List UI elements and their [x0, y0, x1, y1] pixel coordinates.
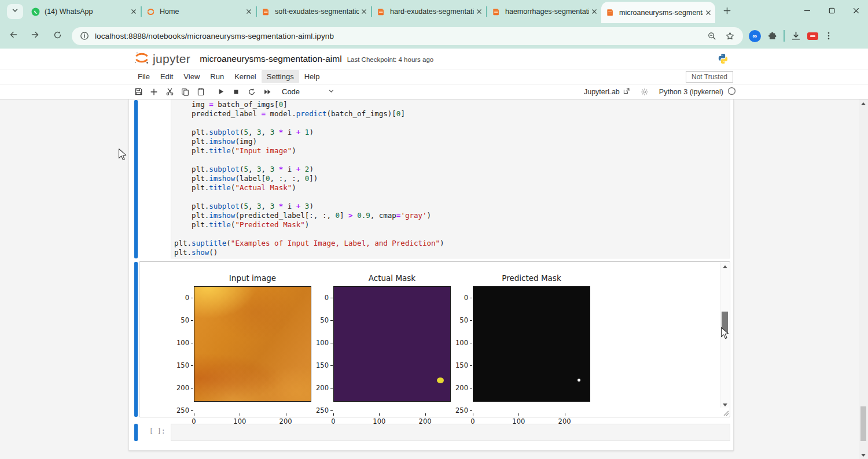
menu-item-file[interactable]: File	[133, 70, 155, 83]
omnibox[interactable]: localhost:8888/notebooks/microaneurysms-…	[72, 27, 743, 45]
tab-close-icon[interactable]	[244, 7, 253, 17]
y-tick-label: 50	[447, 316, 468, 324]
tab-label: hard-exudates-segmentatio	[390, 8, 474, 16]
jupyterlab-link-label: JupyterLab	[584, 88, 620, 96]
tab-close-icon[interactable]	[589, 7, 599, 17]
bookmark-star-icon[interactable]	[725, 31, 735, 41]
kernel-status-icon	[727, 87, 736, 98]
y-tick-label: 0	[447, 294, 468, 302]
gear-icon[interactable]	[641, 88, 649, 96]
y-tick-mark	[191, 365, 193, 366]
plot-image-fundus	[194, 286, 311, 402]
notebook-title[interactable]: microaneurysms-segmentation-aiml	[200, 54, 342, 64]
reload-button[interactable]	[49, 27, 66, 45]
menu-item-edit[interactable]: Edit	[155, 70, 178, 83]
page-scrollbar-thumb[interactable]	[860, 406, 866, 441]
url-text[interactable]: localhost:8888/notebooks/microaneurysms-…	[95, 32, 334, 40]
download-manager-extension-icon[interactable]	[807, 32, 818, 40]
browser-tab-2[interactable]: Home	[142, 0, 256, 23]
restart-run-all-button[interactable]	[260, 86, 274, 98]
y-tick-label: 200	[447, 384, 468, 392]
menu-item-settings[interactable]: Settings	[262, 70, 299, 83]
browser-menu-icon[interactable]	[824, 31, 833, 40]
output-resize-handle[interactable]	[720, 408, 729, 416]
session-extension-icon[interactable]: ∞	[749, 30, 761, 42]
chevron-down-icon	[328, 87, 335, 97]
tab-label: soft-exudates-segmentatio	[275, 8, 359, 16]
y-tick-label: 0	[308, 294, 329, 302]
y-tick-mark	[191, 388, 193, 388]
output-scrollbar[interactable]	[720, 262, 729, 409]
notebook-icon	[377, 7, 386, 16]
new-tab-button[interactable]	[719, 3, 735, 20]
code-line: plt.imshow(label[0, :, :, 0])	[174, 174, 730, 183]
tab-close-icon[interactable]	[703, 8, 713, 17]
site-info-icon[interactable]	[80, 31, 89, 40]
menu-item-run[interactable]: Run	[205, 70, 229, 83]
y-tick-mark	[191, 343, 193, 343]
page-scroll-down-icon[interactable]	[859, 451, 868, 459]
menu-item-kernel[interactable]: Kernel	[229, 70, 262, 83]
code-line: plt.title("Predicted Mask")	[174, 220, 730, 230]
browser-tab-1[interactable]: (14) WhatsApp	[27, 0, 141, 23]
y-tick-mark	[330, 365, 333, 366]
zoom-icon[interactable]	[707, 31, 717, 41]
x-tick-mark	[379, 413, 380, 416]
tab-close-icon[interactable]	[128, 7, 138, 17]
empty-cell-editor[interactable]	[171, 424, 730, 441]
page-scroll-up-icon[interactable]	[859, 99, 868, 108]
code-line: plt.imshow(predicted_label[:, :, 0] > 0.…	[174, 211, 730, 220]
paste-cells-button[interactable]	[194, 86, 208, 98]
trust-status-badge[interactable]: Not Trusted	[686, 71, 733, 83]
y-tick-label: 100	[308, 339, 329, 347]
jupyter-logo[interactable]: jupyter	[133, 50, 190, 68]
x-tick-mark	[518, 413, 519, 416]
forward-button[interactable]	[27, 27, 44, 45]
x-tick-mark	[286, 413, 286, 416]
forward-icon	[30, 29, 41, 42]
y-tick-label: 50	[168, 316, 189, 324]
tab-search-button[interactable]	[7, 4, 23, 19]
kernel-name[interactable]: Python 3 (ipykernel)	[659, 88, 723, 96]
open-jupyterlab-link[interactable]: JupyterLab	[584, 87, 630, 97]
maximize-icon	[827, 6, 836, 17]
tab-close-icon[interactable]	[359, 7, 369, 17]
copy-cells-button[interactable]	[178, 86, 192, 98]
page-scrollbar[interactable]	[859, 99, 868, 459]
restart-kernel-button[interactable]	[245, 86, 259, 98]
browser-tab-4[interactable]: hard-exudates-segmentatio	[372, 0, 486, 23]
tab-close-icon[interactable]	[474, 7, 484, 17]
code-line: plt.suptitle("Examples of Input Image, L…	[174, 239, 730, 248]
minimize-button[interactable]	[795, 0, 819, 23]
cut-cells-button[interactable]	[163, 86, 176, 98]
run-cell-button[interactable]	[214, 86, 227, 98]
extensions-puzzle-icon[interactable]	[767, 31, 778, 42]
x-tick-mark	[333, 413, 334, 416]
menu-item-view[interactable]: View	[178, 70, 205, 83]
browser-tab-6[interactable]: microaneurysms-segmenta	[601, 2, 715, 23]
y-tick-mark	[191, 410, 193, 411]
menu-item-help[interactable]: Help	[299, 70, 325, 83]
code-cell-editor[interactable]: img = batch_of_imgs[0] predicted_label =…	[171, 99, 730, 258]
jupyter-icon	[146, 7, 156, 16]
browser-tab-5[interactable]: haemorrhages-segmentatio	[487, 0, 601, 23]
y-tick-label: 200	[308, 384, 329, 392]
close-window-button[interactable]	[844, 0, 868, 23]
subplot-1: Input image0501001502002500100200	[194, 273, 311, 424]
maximize-button[interactable]	[819, 0, 844, 23]
cell-type-select[interactable]: Code	[282, 87, 335, 97]
save-button[interactable]	[131, 86, 145, 98]
back-button[interactable]	[5, 27, 22, 45]
interrupt-kernel-button[interactable]	[229, 86, 243, 98]
browser-tab-3[interactable]: soft-exudates-segmentatio	[257, 0, 371, 23]
y-tick-label: 150	[168, 361, 189, 369]
code-line	[174, 193, 730, 202]
insert-cell-button[interactable]	[147, 86, 161, 98]
jupyter-header: jupyter microaneurysms-segmentation-aiml…	[0, 49, 868, 69]
scroll-up-icon[interactable]	[720, 262, 729, 271]
code-line: plt.show()	[174, 248, 730, 257]
downloads-icon[interactable]	[790, 31, 801, 42]
selected-cell-indicator-output	[134, 262, 138, 417]
y-tick-label: 150	[308, 361, 329, 369]
output-scrollbar-thumb[interactable]	[722, 312, 728, 333]
